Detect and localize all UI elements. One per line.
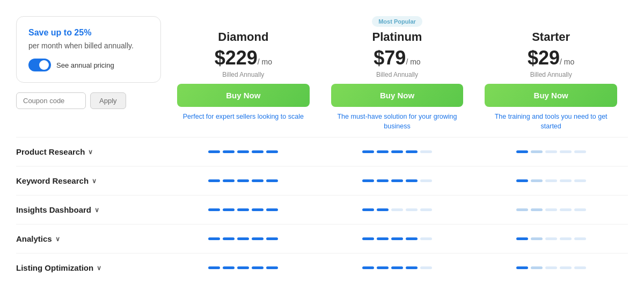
chevron-down-icon: ∨ bbox=[94, 206, 99, 214]
bar-segment bbox=[531, 237, 543, 240]
feature-label-4[interactable]: Listing Optimization ∨ bbox=[16, 254, 166, 282]
bar-segment bbox=[252, 266, 264, 269]
bar-segment bbox=[362, 208, 374, 211]
feature-bars-platinum-1 bbox=[320, 167, 474, 195]
platinum-buy-button[interactable]: Buy Now bbox=[331, 84, 464, 107]
bar-segment bbox=[362, 266, 374, 269]
bar-segment bbox=[377, 179, 389, 182]
bar-segment bbox=[560, 266, 572, 269]
toggle-label: See annual pricing bbox=[56, 61, 114, 69]
bar-segment bbox=[391, 179, 403, 182]
apply-button[interactable]: Apply bbox=[90, 92, 126, 109]
savings-subtext: per month when billed annually. bbox=[28, 41, 149, 52]
bar-segment bbox=[545, 179, 557, 182]
bar-segment bbox=[391, 208, 403, 211]
bar-segment bbox=[391, 266, 403, 269]
bar-segment bbox=[531, 208, 543, 211]
feature-bars-diamond-2 bbox=[166, 196, 320, 224]
bar-segment bbox=[531, 266, 543, 269]
bar-segment bbox=[516, 237, 528, 240]
bar-segment bbox=[223, 266, 235, 269]
coupon-input[interactable] bbox=[16, 92, 86, 109]
feature-bars-diamond-4 bbox=[166, 254, 320, 282]
diamond-price-value: $229 bbox=[215, 47, 258, 69]
annual-toggle[interactable] bbox=[28, 59, 51, 71]
diamond-plan-header: Diamond $229/ mo Billed Annually Buy Now… bbox=[166, 11, 320, 137]
starter-plan-header: Starter $29/ mo Billed Annually Buy Now … bbox=[474, 11, 628, 137]
feature-bars-diamond-3 bbox=[166, 225, 320, 253]
bar-segment bbox=[406, 179, 418, 182]
bar-segment bbox=[406, 208, 418, 211]
diamond-plan-price: $229/ mo bbox=[177, 48, 310, 68]
feature-label-2[interactable]: Insights Dashboard ∨ bbox=[16, 196, 166, 224]
bar-segment bbox=[266, 179, 278, 182]
chevron-down-icon: ∨ bbox=[92, 177, 97, 185]
platinum-billed: Billed Annually bbox=[331, 71, 464, 78]
chevron-down-icon: ∨ bbox=[88, 148, 93, 156]
platinum-plan-name: Platinum bbox=[331, 30, 464, 44]
diamond-plan-name: Diamond bbox=[177, 30, 310, 44]
feature-name: Insights Dashboard bbox=[16, 205, 91, 214]
feature-bars-starter-0 bbox=[474, 138, 628, 166]
bar-segment bbox=[545, 150, 557, 153]
bar-segment bbox=[406, 266, 418, 269]
bar-segment bbox=[362, 150, 374, 153]
bar-segment bbox=[545, 208, 557, 211]
bar-segment bbox=[237, 179, 249, 182]
chevron-down-icon: ∨ bbox=[55, 235, 60, 243]
feature-row: Keyword Research ∨ bbox=[16, 166, 628, 195]
feature-row: Insights Dashboard ∨ bbox=[16, 195, 628, 224]
annual-savings-box: Save up to 25% per month when billed ann… bbox=[16, 16, 161, 83]
starter-price-value: $29 bbox=[528, 47, 560, 69]
diamond-buy-button[interactable]: Buy Now bbox=[177, 84, 310, 107]
bar-segment bbox=[223, 237, 235, 240]
savings-headline: Save up to 25% bbox=[28, 27, 149, 39]
bar-segment bbox=[574, 237, 586, 240]
feature-name: Product Research bbox=[16, 147, 85, 156]
bar-segment bbox=[266, 237, 278, 240]
bar-segment bbox=[362, 179, 374, 182]
bar-segment bbox=[252, 237, 264, 240]
feature-row: Analytics ∨ bbox=[16, 224, 628, 253]
feature-name: Analytics bbox=[16, 234, 52, 243]
bar-segment bbox=[223, 208, 235, 211]
most-popular-badge: Most Popular bbox=[372, 16, 422, 27]
bar-segment bbox=[574, 150, 586, 153]
bar-segment bbox=[406, 150, 418, 153]
bar-segment bbox=[377, 266, 389, 269]
starter-plan-price: $29/ mo bbox=[485, 48, 617, 68]
bar-segment bbox=[237, 266, 249, 269]
feature-label-1[interactable]: Keyword Research ∨ bbox=[16, 167, 166, 195]
feature-bars-diamond-0 bbox=[166, 138, 320, 166]
feature-row: Listing Optimization ∨ bbox=[16, 253, 628, 282]
bar-segment bbox=[377, 237, 389, 240]
bar-segment bbox=[574, 266, 586, 269]
starter-plan-name: Starter bbox=[485, 30, 617, 44]
feature-bars-starter-4 bbox=[474, 254, 628, 282]
platinum-description: The must-have solution for your growing … bbox=[331, 112, 464, 132]
bar-segment bbox=[560, 237, 572, 240]
bar-segment bbox=[531, 150, 543, 153]
feature-bars-diamond-1 bbox=[166, 167, 320, 195]
bar-segment bbox=[208, 208, 220, 211]
feature-bars-starter-2 bbox=[474, 196, 628, 224]
bar-segment bbox=[391, 237, 403, 240]
bar-segment bbox=[377, 150, 389, 153]
feature-bars-platinum-4 bbox=[320, 254, 474, 282]
feature-bars-starter-3 bbox=[474, 225, 628, 253]
bar-segment bbox=[516, 179, 528, 182]
bar-segment bbox=[406, 237, 418, 240]
bar-segment bbox=[208, 237, 220, 240]
bar-segment bbox=[237, 150, 249, 153]
bar-segment bbox=[252, 179, 264, 182]
bar-segment bbox=[420, 237, 432, 240]
platinum-per-mo: / mo bbox=[406, 57, 420, 66]
bar-segment bbox=[266, 266, 278, 269]
bar-segment bbox=[252, 150, 264, 153]
feature-label-3[interactable]: Analytics ∨ bbox=[16, 225, 166, 253]
bar-segment bbox=[266, 208, 278, 211]
feature-label-0[interactable]: Product Research ∨ bbox=[16, 138, 166, 166]
bar-segment bbox=[208, 179, 220, 182]
starter-buy-button[interactable]: Buy Now bbox=[485, 84, 617, 107]
bar-segment bbox=[420, 150, 432, 153]
